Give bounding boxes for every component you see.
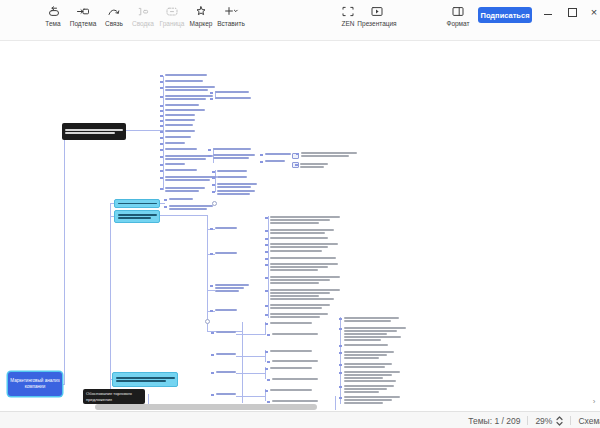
- map-node-txt[interactable]: [215, 97, 251, 99]
- map-node-dark[interactable]: [62, 123, 126, 140]
- map-node-txt[interactable]: [165, 80, 203, 82]
- map-node-txt[interactable]: [213, 154, 255, 159]
- map-node-txt[interactable]: [270, 263, 338, 271]
- map-node-txt[interactable]: [165, 155, 213, 160]
- map-node-txt[interactable]: [344, 396, 400, 404]
- map-node-txt[interactable]: [270, 322, 312, 324]
- map-node-txt[interactable]: [344, 363, 392, 368]
- map-node-txt[interactable]: [344, 317, 399, 322]
- toolbar-button-format[interactable]: Формат: [438, 4, 478, 36]
- map-node-txt[interactable]: [165, 124, 193, 126]
- map-node-txt[interactable]: [270, 304, 330, 309]
- map-node-txt[interactable]: [215, 252, 237, 254]
- map-node-txt[interactable]: [217, 183, 257, 188]
- map-node-txt[interactable]: [272, 378, 318, 380]
- scroll-right-icon[interactable]: ›: [589, 396, 599, 406]
- text-line: [169, 208, 207, 210]
- map-node-txt[interactable]: [165, 114, 195, 116]
- toolbar-button-tema[interactable]: Тема: [36, 4, 70, 36]
- map-node-txt[interactable]: [216, 353, 236, 355]
- map-node-txt[interactable]: [165, 86, 215, 91]
- map-node-txt[interactable]: [270, 229, 334, 234]
- toolbar-button-label: Формат: [446, 20, 469, 27]
- map-node-txt[interactable]: [165, 104, 199, 106]
- map-node-txt[interactable]: [270, 216, 340, 224]
- subscribe-button[interactable]: Подписаться: [478, 7, 532, 23]
- toolbar-button-vstavit[interactable]: Вставить: [212, 4, 250, 36]
- map-node-txt[interactable]: [165, 142, 185, 144]
- text-line: [272, 360, 318, 362]
- map-node-txt[interactable]: [344, 351, 394, 359]
- map-node-txt[interactable]: [272, 400, 318, 402]
- map-node-txt[interactable]: [344, 371, 400, 382]
- map-node-cyan[interactable]: [112, 372, 178, 387]
- map-node-txt[interactable]: [270, 367, 312, 369]
- map-node-txt[interactable]: [270, 237, 328, 239]
- map-node-txt[interactable]: [270, 313, 328, 318]
- map-node-txt[interactable]: [217, 170, 247, 172]
- map-node-txt[interactable]: [165, 95, 213, 100]
- map-node-txt[interactable]: [165, 163, 185, 165]
- map-node-txt[interactable]: [344, 327, 406, 341]
- map-node-txt[interactable]: [165, 187, 205, 192]
- map-node-txt[interactable]: [270, 250, 322, 252]
- map-node-txt[interactable]: [165, 109, 205, 111]
- map-node-dark[interactable]: Обоснование торгового предложения: [83, 389, 145, 404]
- map-node-txt[interactable]: [270, 257, 336, 259]
- map-node-cyan[interactable]: [114, 210, 160, 223]
- text-line: [270, 269, 318, 271]
- map-node-txt[interactable]: [165, 130, 195, 132]
- map-node-txt[interactable]: [270, 350, 312, 352]
- map-node-txt[interactable]: [217, 190, 255, 195]
- map-node-txt[interactable]: [169, 198, 193, 200]
- map-node-txt[interactable]: [216, 371, 236, 373]
- map-node-root[interactable]: Маркетинговый анализ компании: [8, 372, 62, 396]
- map-node-txt[interactable]: [215, 309, 237, 311]
- mindmap-canvas[interactable]: Маркетинговый анализ компанииОбоснование…: [0, 40, 600, 411]
- map-node-txt[interactable]: [165, 169, 197, 171]
- map-node-txt[interactable]: [270, 243, 338, 248]
- map-node-txt[interactable]: [270, 289, 340, 300]
- horizontal-scrollbar[interactable]: [95, 404, 317, 410]
- map-node-txt[interactable]: [344, 385, 394, 393]
- map-node-txt[interactable]: [213, 148, 251, 150]
- map-node-cyan[interactable]: [114, 199, 160, 208]
- text-line: [344, 330, 397, 332]
- text-line: [215, 284, 249, 286]
- toolbar-button-podtema[interactable]: Подтема: [66, 4, 100, 36]
- text-line: [215, 91, 249, 93]
- map-node-txt[interactable]: [265, 160, 285, 162]
- map-node-txt[interactable]: [344, 344, 388, 346]
- zoom-stepper[interactable]: [556, 416, 563, 426]
- map-node-txt[interactable]: [216, 331, 236, 333]
- toolbar-button-prezentacia[interactable]: Презентация: [352, 4, 402, 36]
- map-node-txt[interactable]: [301, 152, 357, 157]
- map-node-txt[interactable]: [165, 176, 217, 181]
- minimize-button[interactable]: [540, 5, 556, 19]
- text-line: [217, 186, 251, 188]
- map-node-txt[interactable]: [272, 360, 318, 362]
- map-node-txt[interactable]: [270, 389, 312, 391]
- map-node-txt[interactable]: [300, 163, 328, 168]
- map-node-txt[interactable]: [165, 119, 195, 121]
- text-line: [116, 377, 175, 379]
- map-node-txt[interactable]: [272, 333, 318, 335]
- text-line: [270, 279, 330, 281]
- map-connector: [207, 290, 215, 291]
- maximize-button[interactable]: [564, 5, 580, 19]
- outline-toggle[interactable]: Схема: [578, 416, 600, 426]
- map-node-txt[interactable]: [217, 176, 247, 178]
- map-node-txt[interactable]: [216, 393, 236, 395]
- close-button[interactable]: ×: [586, 5, 600, 19]
- map-node-txt[interactable]: [265, 153, 291, 155]
- format-icon: [451, 4, 465, 19]
- map-node-txt[interactable]: [169, 205, 213, 210]
- map-node-txt[interactable]: [215, 284, 249, 292]
- map-node-txt[interactable]: [165, 136, 191, 138]
- map-node-txt[interactable]: [270, 276, 340, 284]
- map-node-txt[interactable]: [215, 227, 237, 229]
- text-line: [165, 136, 191, 138]
- map-node-txt[interactable]: [165, 74, 207, 76]
- map-node-txt[interactable]: [165, 148, 197, 150]
- map-node-txt[interactable]: [215, 91, 249, 93]
